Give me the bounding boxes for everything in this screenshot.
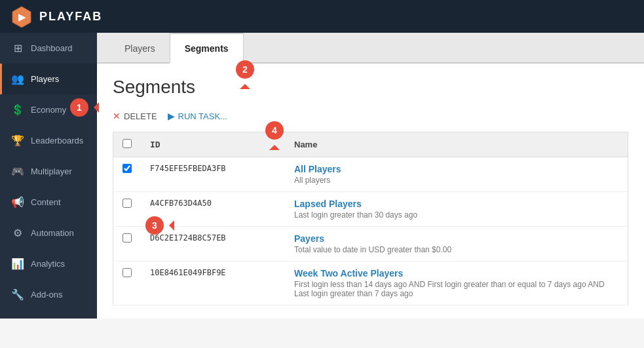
col-header-check xyxy=(113,132,142,157)
row-check-cell-3 xyxy=(113,261,142,305)
content-area: Players Segments Segments ✕ DELETE ▶ xyxy=(97,33,644,319)
content-icon: 📢 xyxy=(11,196,24,208)
app-wrapper: ▶ PLAYFAB ⊞ Dashboard 👥 Players 💲 Econom… xyxy=(0,0,644,348)
main-layout: ⊞ Dashboard 👥 Players 💲 Economy 🏆 Leader… xyxy=(0,33,644,319)
sidebar-item-dashboard[interactable]: ⊞ Dashboard xyxy=(0,33,97,64)
players-icon: 👥 xyxy=(11,73,24,85)
segment-name-1[interactable]: Lapsed Players xyxy=(294,199,618,209)
sidebar-item-economy[interactable]: 💲 Economy xyxy=(0,94,97,125)
table-row: D6C2E1724B8C57EB Payers Total value to d… xyxy=(113,227,628,261)
sidebar-label-automation: Automation xyxy=(31,228,74,238)
segment-desc-2: Total value to date in USD greater than … xyxy=(294,245,618,254)
addons-icon: 🔧 xyxy=(11,288,24,301)
page-title: Segments xyxy=(113,77,628,98)
multiplayer-icon: 🎮 xyxy=(11,165,24,178)
row-checkbox-2[interactable] xyxy=(123,233,132,242)
sidebar-item-players[interactable]: 👥 Players xyxy=(0,64,97,94)
segment-desc-0: All players xyxy=(294,176,618,185)
sidebar-label-multiplayer: Multiplayer xyxy=(31,166,72,176)
row-name-cell-2: Payers Total value to date in USD greate… xyxy=(285,227,628,261)
col-header-id: ID xyxy=(141,132,285,157)
row-id-cell-2: D6C2E1724B8C57EB xyxy=(141,227,285,261)
sidebar-item-automation[interactable]: ⚙ Automation xyxy=(0,218,97,248)
row-check-cell-0 xyxy=(113,157,142,192)
row-id-cell-0: F745EFE5FBEDA3FB xyxy=(141,157,285,192)
topbar: ▶ PLAYFAB xyxy=(0,0,644,33)
segment-desc-3: First login less than 14 days ago AND Fi… xyxy=(294,280,618,298)
table-row: A4CFB763D4A50 Lapsed Players Last login … xyxy=(113,192,628,227)
playfab-logo-icon: ▶ xyxy=(10,5,33,28)
dashboard-icon: ⊞ xyxy=(11,42,24,54)
runtask-icon: ▶ xyxy=(168,111,175,121)
economy-icon: 💲 xyxy=(11,104,24,116)
automation-icon: ⚙ xyxy=(11,227,24,239)
analytics-icon: 📊 xyxy=(11,258,24,270)
row-check-cell-1 xyxy=(113,192,142,227)
table-row: F745EFE5FBEDA3FB All Players All players xyxy=(113,157,628,192)
sidebar-item-leaderboards[interactable]: 🏆 Leaderboards xyxy=(0,125,97,156)
row-id-cell-3: 10E8461E049FBF9E xyxy=(141,261,285,305)
row-name-cell-3: Week Two Active Players First login less… xyxy=(285,261,628,305)
table-body: F745EFE5FBEDA3FB All Players All players… xyxy=(113,157,628,305)
tab-players[interactable]: Players xyxy=(110,34,170,64)
segment-desc-1: Last login greater than 30 days ago xyxy=(294,210,618,220)
row-checkbox-1[interactable] xyxy=(123,199,132,208)
toolbar: ✕ DELETE ▶ RUN TASK... xyxy=(113,111,628,121)
sidebar-label-analytics: Analytics xyxy=(31,259,65,269)
sidebar-label-content: Content xyxy=(31,197,61,207)
tabs-bar: Players Segments xyxy=(97,33,644,64)
row-name-cell-0: All Players All players xyxy=(285,157,628,192)
row-checkbox-3[interactable] xyxy=(123,268,132,277)
sidebar-item-content[interactable]: 📢 Content xyxy=(0,187,97,218)
sidebar-label-addons: Add-ons xyxy=(31,290,62,300)
row-check-cell-2 xyxy=(113,227,142,261)
brand-name: PLAYFAB xyxy=(39,10,102,24)
segment-name-3[interactable]: Week Two Active Players xyxy=(294,268,618,279)
row-name-cell-1: Lapsed Players Last login greater than 3… xyxy=(285,192,628,227)
runtask-button[interactable]: ▶ RUN TASK... xyxy=(168,111,227,121)
main-content: Segments ✕ DELETE ▶ RUN TASK... xyxy=(97,64,644,319)
delete-icon: ✕ xyxy=(113,111,121,121)
sidebar-item-multiplayer[interactable]: 🎮 Multiplayer xyxy=(0,156,97,187)
sidebar-label-players: Players xyxy=(31,74,59,84)
sidebar: ⊞ Dashboard 👥 Players 💲 Economy 🏆 Leader… xyxy=(0,33,97,319)
select-all-checkbox[interactable] xyxy=(123,139,132,148)
segment-name-2[interactable]: Payers xyxy=(294,233,618,244)
sidebar-label-leaderboards: Leaderboards xyxy=(31,136,83,145)
sidebar-label-dashboard: Dashboard xyxy=(31,43,73,53)
delete-button[interactable]: ✕ DELETE xyxy=(113,111,157,121)
sidebar-label-economy: Economy xyxy=(31,105,66,115)
svg-text:▶: ▶ xyxy=(18,12,26,22)
col-header-name: Name xyxy=(285,132,628,157)
sidebar-item-analytics[interactable]: 📊 Analytics xyxy=(0,248,97,279)
row-checkbox-0[interactable] xyxy=(123,164,132,173)
sidebar-item-addons[interactable]: 🔧 Add-ons xyxy=(0,279,97,310)
row-id-cell-1: A4CFB763D4A50 xyxy=(141,192,285,227)
table-row: 10E8461E049FBF9E Week Two Active Players… xyxy=(113,261,628,305)
leaderboards-icon: 🏆 xyxy=(11,134,24,147)
segments-table: ID Name F745EFE5FBEDA3FB All Players All… xyxy=(113,132,628,305)
segment-name-0[interactable]: All Players xyxy=(294,164,618,174)
table-header-row: ID Name xyxy=(113,132,628,157)
topbar-logo: ▶ PLAYFAB xyxy=(10,5,102,28)
tab-segments[interactable]: Segments xyxy=(170,33,244,64)
